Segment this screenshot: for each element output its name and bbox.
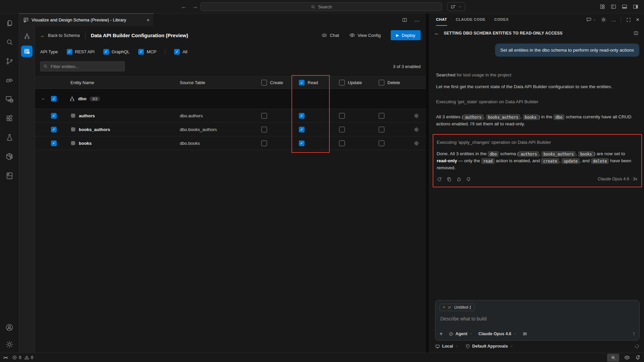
update-checkbox[interactable] <box>339 140 345 146</box>
toggle-panel-icon[interactable] <box>622 4 628 10</box>
tools-sliders-icon[interactable] <box>522 331 528 337</box>
read-checkbox[interactable] <box>299 127 305 132</box>
zoom-status-item[interactable] <box>607 354 619 362</box>
dab-config-view-icon[interactable] <box>21 46 33 57</box>
table-row[interactable]: books_authors dbo.books_authors <box>35 123 426 136</box>
read-all-checkbox[interactable] <box>299 80 305 85</box>
retry-icon[interactable] <box>437 177 442 182</box>
tab-codex[interactable]: CODEX <box>494 13 508 26</box>
copilot-status-icon[interactable] <box>624 354 630 361</box>
model-picker[interactable]: Claude Opus 4.6 <box>478 331 517 336</box>
back-to-schema-link[interactable]: ← Back to Schema <box>40 33 80 38</box>
toggle-secondary-sidebar-icon[interactable] <box>633 4 639 10</box>
chat-button[interactable]: Chat <box>321 32 339 38</box>
update-checkbox[interactable] <box>339 127 345 132</box>
schema-hierarchy-icon <box>69 96 75 102</box>
tab-claude-code[interactable]: CLAUDE CODE <box>456 13 486 26</box>
extensions-icon[interactable] <box>5 114 14 123</box>
copilot-chat-button[interactable] <box>447 2 465 11</box>
graphql-checkbox[interactable] <box>103 49 109 55</box>
row-settings-gear-icon[interactable] <box>414 113 426 119</box>
api-type-rest[interactable]: REST API <box>67 49 95 55</box>
row-checkbox[interactable] <box>51 140 57 146</box>
problems-indicator[interactable]: 0 0 <box>12 355 33 360</box>
toggle-primary-sidebar-icon[interactable] <box>610 4 616 10</box>
split-editor-icon[interactable] <box>402 17 408 23</box>
run-debug-icon[interactable] <box>5 76 14 84</box>
chat-more-actions-icon[interactable]: … <box>611 17 616 22</box>
new-chat-dropdown[interactable] <box>586 17 596 22</box>
open-session-editor-icon[interactable] <box>633 31 639 36</box>
deploy-button[interactable]: ▶ Deploy <box>391 30 421 40</box>
remote-indicator[interactable]: >< <box>3 355 7 360</box>
accounts-icon[interactable] <box>5 323 14 332</box>
containers-icon[interactable] <box>5 152 14 161</box>
filter-entities-input[interactable] <box>40 61 125 71</box>
settings-gear-icon[interactable] <box>5 340 14 349</box>
row-checkbox[interactable] <box>51 127 57 132</box>
schema-group-row[interactable]: dbo 3/3 <box>35 89 426 109</box>
notifications-bell-icon[interactable] <box>635 355 641 360</box>
nav-forward-icon[interactable]: → <box>193 4 198 10</box>
delete-checkbox[interactable] <box>379 113 384 119</box>
read-checkbox[interactable] <box>299 113 305 119</box>
table-row[interactable]: books dbo.books <box>35 136 426 150</box>
create-checkbox[interactable] <box>261 113 267 119</box>
tab-visualize-design-schema[interactable]: Visualize and Design Schema (Preview) - … <box>19 13 154 26</box>
delete-all-checkbox[interactable] <box>379 80 384 85</box>
create-checkbox[interactable] <box>261 127 267 132</box>
chat-settings-gear-icon[interactable] <box>601 17 606 22</box>
explorer-icon[interactable] <box>5 18 14 27</box>
attach-plus-icon[interactable]: + <box>439 330 443 337</box>
editor-chat-sash[interactable] <box>426 13 429 353</box>
database-projects-icon[interactable] <box>5 171 14 180</box>
delete-checkbox[interactable] <box>379 140 384 146</box>
api-type-mcp[interactable]: MCP <box>138 49 156 55</box>
read-checkbox[interactable] <box>299 140 305 146</box>
nav-back-icon[interactable]: ← <box>181 4 186 10</box>
tab-chat[interactable]: CHAT <box>436 13 447 26</box>
schema-view-icon[interactable] <box>21 31 33 42</box>
create-all-checkbox[interactable] <box>261 80 267 85</box>
tab-close-icon[interactable]: × <box>147 17 150 23</box>
api-type-all[interactable]: All <box>174 49 187 55</box>
update-all-checkbox[interactable] <box>339 80 345 85</box>
chevron-down-icon <box>513 332 517 336</box>
rest-api-checkbox[interactable] <box>67 49 72 55</box>
copy-icon[interactable] <box>446 177 452 182</box>
create-checkbox[interactable] <box>261 140 267 146</box>
session-progress-ring-icon[interactable] <box>634 344 640 349</box>
chevron-down-icon[interactable] <box>41 96 46 101</box>
session-back-icon[interactable]: ← <box>434 30 439 36</box>
table-row[interactable]: authors dbo.authors <box>35 109 426 123</box>
environment-picker[interactable]: Local <box>435 344 459 349</box>
delete-checkbox[interactable] <box>379 127 384 132</box>
send-icon[interactable]: ↑ <box>633 330 636 337</box>
all-checkbox[interactable] <box>174 49 180 55</box>
thumbs-down-icon[interactable] <box>466 177 471 182</box>
search-sidebar-icon[interactable] <box>5 38 14 46</box>
chat-input-box[interactable]: + Untitled-1 Describe what to build + Ag… <box>435 300 640 341</box>
customize-layout-icon[interactable] <box>599 4 605 10</box>
testing-icon[interactable] <box>5 133 14 142</box>
row-settings-gear-icon[interactable] <box>414 140 426 146</box>
remote-explorer-icon[interactable] <box>5 95 14 104</box>
view-config-button[interactable]: View Config <box>349 32 381 38</box>
source-control-icon[interactable] <box>5 57 14 65</box>
mode-picker[interactable]: Agent <box>448 331 473 337</box>
command-center-search[interactable]: Search <box>201 2 442 11</box>
row-settings-gear-icon[interactable] <box>414 126 426 133</box>
thumbs-up-icon[interactable] <box>456 177 462 182</box>
layout-controls <box>599 0 639 13</box>
maximize-icon[interactable] <box>626 17 631 22</box>
api-type-graphql[interactable]: GraphQL <box>103 49 129 55</box>
editor-more-actions-icon[interactable]: … <box>414 17 420 23</box>
mcp-checkbox[interactable] <box>138 49 144 55</box>
context-chip[interactable]: + Untitled-1 <box>439 304 475 311</box>
row-checkbox[interactable] <box>51 113 57 119</box>
close-panel-icon[interactable]: × <box>636 16 639 23</box>
update-checkbox[interactable] <box>339 113 345 119</box>
approvals-picker[interactable]: Default Approvals <box>465 344 514 349</box>
dbo-group-checkbox[interactable] <box>51 96 57 102</box>
chat-input-placeholder[interactable]: Describe what to build <box>440 316 634 321</box>
